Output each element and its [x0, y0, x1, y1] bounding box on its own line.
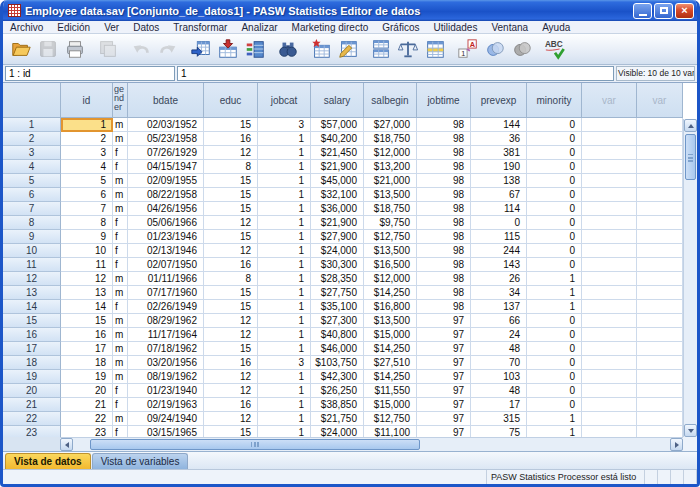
cell-minority[interactable]: 0 [527, 216, 582, 230]
scroll-down-button[interactable] [684, 424, 697, 437]
cell-jobtime[interactable]: 98 [417, 202, 471, 216]
cell-educ[interactable]: 15 [204, 118, 258, 132]
cell-bdate[interactable]: 09/24/1940 [128, 412, 204, 426]
cell-jobcat[interactable]: 1 [258, 188, 311, 202]
cell-jobcat[interactable]: 3 [258, 356, 311, 370]
cell-educ[interactable]: 12 [204, 384, 258, 398]
cell-salbegin[interactable]: $14,250 [364, 370, 417, 384]
cell-prevexp[interactable]: 17 [471, 398, 527, 412]
cell-empty[interactable] [582, 188, 637, 202]
cell-minority[interactable]: 0 [527, 258, 582, 272]
cell-jobcat[interactable]: 1 [258, 314, 311, 328]
cell-educ[interactable]: 16 [204, 356, 258, 370]
cell-salbegin[interactable]: $9,750 [364, 216, 417, 230]
cell-bdate[interactable]: 04/15/1947 [128, 160, 204, 174]
cell-bdate[interactable]: 08/19/1962 [128, 370, 204, 384]
value-labels-button[interactable]: 1 A [454, 36, 481, 62]
scroll-right-button[interactable] [670, 438, 683, 451]
menu-ventana[interactable]: Ventana [484, 21, 535, 34]
cell-empty[interactable] [637, 118, 683, 132]
cell-jobtime[interactable]: 97 [417, 370, 471, 384]
variables-button[interactable] [241, 36, 268, 62]
cell-gender[interactable]: f [113, 384, 128, 398]
column-header-educ[interactable]: educ [204, 83, 258, 118]
cell-salbegin[interactable]: $13,500 [364, 244, 417, 258]
cell-jobtime[interactable]: 97 [417, 314, 471, 328]
cell-jobcat[interactable]: 1 [258, 370, 311, 384]
cell-empty[interactable] [637, 188, 683, 202]
cell-gender[interactable]: f [113, 146, 128, 160]
cell-salary[interactable]: $36,000 [311, 202, 364, 216]
cell-salary[interactable]: $27,750 [311, 286, 364, 300]
row-number[interactable]: 2 [3, 132, 61, 146]
cell-id[interactable]: 8 [61, 216, 113, 230]
cell-value-editor[interactable]: 1 [177, 66, 614, 81]
cell-jobcat[interactable]: 1 [258, 230, 311, 244]
cell-empty[interactable] [582, 300, 637, 314]
cell-gender[interactable]: m [113, 202, 128, 216]
cell-salary[interactable]: $45,000 [311, 174, 364, 188]
cell-gender[interactable]: m [113, 272, 128, 286]
insert-variable-button[interactable] [334, 36, 361, 62]
cell-educ[interactable]: 12 [204, 412, 258, 426]
cell-minority[interactable]: 0 [527, 384, 582, 398]
cell-salary[interactable]: $21,450 [311, 146, 364, 160]
close-button[interactable]: × [675, 3, 694, 19]
cell-minority[interactable]: 0 [527, 146, 582, 160]
cell-gender[interactable]: m [113, 188, 128, 202]
cell-empty[interactable] [637, 160, 683, 174]
cell-salbegin[interactable]: $21,000 [364, 174, 417, 188]
row-number[interactable]: 6 [3, 188, 61, 202]
cell-gender[interactable]: m [113, 342, 128, 356]
tab-variable-view[interactable]: Vista de variables [92, 453, 189, 469]
cell-bdate[interactable]: 07/26/1929 [128, 146, 204, 160]
vertical-scrollbar[interactable] [683, 119, 697, 437]
cell-jobtime[interactable]: 98 [417, 244, 471, 258]
cell-minority[interactable]: 0 [527, 174, 582, 188]
cell-salbegin[interactable]: $13,500 [364, 314, 417, 328]
cell-bdate[interactable]: 02/19/1963 [128, 398, 204, 412]
cell-salbegin[interactable]: $11,100 [364, 426, 417, 437]
cell-jobtime[interactable]: 98 [417, 216, 471, 230]
cell-educ[interactable]: 12 [204, 328, 258, 342]
cell-jobcat[interactable]: 1 [258, 286, 311, 300]
use-variable-sets-button[interactable] [481, 36, 508, 62]
cell-empty[interactable] [637, 370, 683, 384]
cell-empty[interactable] [582, 258, 637, 272]
cell-jobtime[interactable]: 97 [417, 328, 471, 342]
vertical-scroll-thumb[interactable] [685, 134, 696, 180]
cell-gender[interactable]: f [113, 244, 128, 258]
menu-archivo[interactable]: Archivo [3, 21, 50, 34]
cell-minority[interactable]: 1 [527, 300, 582, 314]
cell-salbegin[interactable]: $12,000 [364, 272, 417, 286]
cell-jobtime[interactable]: 98 [417, 160, 471, 174]
cell-minority[interactable]: 0 [527, 132, 582, 146]
cell-salary[interactable]: $21,900 [311, 160, 364, 174]
cell-gender[interactable]: m [113, 314, 128, 328]
cell-salary[interactable]: $28,350 [311, 272, 364, 286]
goto-variable-button[interactable] [214, 36, 241, 62]
cell-salary[interactable]: $32,100 [311, 188, 364, 202]
cell-id[interactable]: 19 [61, 370, 113, 384]
cell-id[interactable]: 18 [61, 356, 113, 370]
open-file-button[interactable] [7, 36, 34, 62]
cell-id[interactable]: 7 [61, 202, 113, 216]
cell-salary[interactable]: $35,100 [311, 300, 364, 314]
cell-gender[interactable]: f [113, 258, 128, 272]
cell-empty[interactable] [637, 132, 683, 146]
cell-empty[interactable] [582, 216, 637, 230]
cell-minority[interactable]: 0 [527, 188, 582, 202]
cell-empty[interactable] [582, 342, 637, 356]
row-number[interactable]: 14 [3, 300, 61, 314]
row-number[interactable]: 8 [3, 216, 61, 230]
maximize-button[interactable] [654, 3, 673, 19]
cell-empty[interactable] [582, 286, 637, 300]
insert-cases-button[interactable] [307, 36, 334, 62]
cell-prevexp[interactable]: 138 [471, 174, 527, 188]
cell-gender[interactable]: m [113, 370, 128, 384]
cell-educ[interactable]: 12 [204, 244, 258, 258]
cell-bdate[interactable]: 02/03/1952 [128, 118, 204, 132]
cell-bdate[interactable]: 05/23/1958 [128, 132, 204, 146]
row-number[interactable]: 4 [3, 160, 61, 174]
cell-salary[interactable]: $24,000 [311, 426, 364, 437]
